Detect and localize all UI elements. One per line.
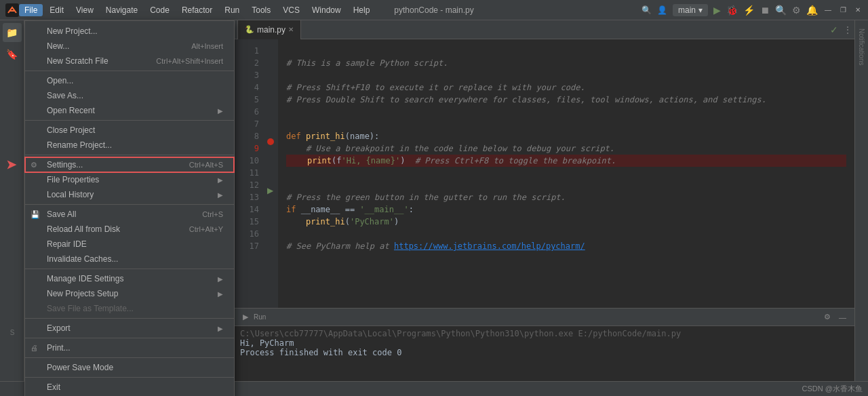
settings-run-icon[interactable]: ⚙	[821, 311, 833, 323]
checkmark-icon: ✓	[830, 24, 838, 35]
separator-3	[25, 155, 234, 155]
run-command-line: C:\Users\ccb77777\AppData\Local\Programs…	[240, 329, 849, 338]
menu-repair-ide[interactable]: Repair IDE	[25, 237, 234, 252]
menu-item-label: Save All	[47, 210, 76, 219]
menu-item-label: Power Save Mode	[47, 363, 113, 372]
red-arrow-indicator: ➤	[6, 157, 16, 172]
minimize-button[interactable]: —	[823, 5, 833, 15]
menu-open[interactable]: Open...	[25, 73, 234, 88]
save-icon: 💾	[31, 210, 40, 219]
menu-new[interactable]: New... Alt+Insert	[25, 39, 234, 54]
settings-toolbar-icon[interactable]: ⚙	[792, 5, 801, 16]
editor-tab-main[interactable]: 🐍 main.py ✕	[237, 20, 301, 39]
menu-invalidate-caches[interactable]: Invalidate Caches...	[25, 252, 234, 266]
menu-save-all[interactable]: 💾 Save All Ctrl+S	[25, 207, 234, 222]
menu-tools[interactable]: Tools	[246, 4, 276, 16]
separator-5	[25, 269, 234, 269]
menu-new-project[interactable]: New Project...	[25, 24, 234, 39]
menu-manage-ide-settings[interactable]: Manage IDE Settings ▶	[25, 271, 234, 286]
status-right: CSDN @水香木鱼	[802, 384, 863, 394]
user-icon[interactable]: 👤	[657, 5, 667, 15]
menu-vcs[interactable]: VCS	[277, 4, 305, 16]
tab-filename: main.py	[257, 25, 285, 35]
maximize-button[interactable]: ❐	[838, 5, 848, 15]
menu-new-scratch-file[interactable]: New Scratch File Ctrl+Alt+Shift+Insert	[25, 54, 234, 68]
submenu-arrow-icon: ▶	[218, 325, 223, 332]
menu-window[interactable]: Window	[307, 4, 347, 16]
breakpoint-dot[interactable]	[267, 138, 274, 145]
submenu-arrow-icon: ▶	[218, 275, 223, 283]
close-button[interactable]: ✕	[853, 5, 863, 15]
submenu-arrow-icon: ▶	[218, 290, 223, 298]
menu-item-label: Save As...	[47, 91, 83, 100]
menu-print[interactable]: 🖨 Print...	[25, 340, 234, 355]
menu-refactor[interactable]: Refactor	[176, 4, 218, 16]
app-body: 📁 🔖 S New Project... New... Alt+Insert N…	[0, 20, 868, 396]
tab-bar: 🐍 main.py ✕ ✓ ⋮	[235, 20, 854, 39]
menu-local-history[interactable]: Local History ▶	[25, 187, 234, 202]
menu-code[interactable]: Code	[144, 4, 175, 16]
run-panel-run-icon[interactable]: ▶	[240, 311, 251, 323]
run-gutter-arrow-icon[interactable]: ▶	[267, 186, 273, 195]
print-icon: 🖨	[31, 344, 38, 352]
run-output-hi: Hi, PyCharm	[240, 338, 849, 348]
search-icon[interactable]: 🔍	[775, 5, 787, 16]
collapse-panel-icon[interactable]: —	[836, 312, 849, 323]
code-content[interactable]: # This is a sample Python script. # Pres…	[278, 39, 854, 308]
separator-1	[25, 71, 234, 71]
run-configuration[interactable]: main ▾	[673, 4, 708, 16]
code-view: 12345 678910 1112131415 1617 ▶ # This is…	[235, 39, 854, 308]
stop-icon[interactable]: ⏹	[760, 5, 770, 16]
menu-help[interactable]: Help	[348, 4, 376, 16]
menu-item-label: File Properties	[47, 175, 99, 184]
run-output-exit: Process finished with exit code 0	[240, 348, 849, 357]
menu-item-label: Reload All from Disk	[47, 224, 120, 234]
menu-shortcut: Ctrl+S	[202, 210, 223, 218]
menu-item-label: Exit	[47, 382, 60, 392]
file-dropdown-menu: New Project... New... Alt+Insert New Scr…	[24, 20, 235, 396]
menu-navigate[interactable]: Navigate	[100, 4, 143, 16]
menu-open-recent[interactable]: Open Recent ▶	[25, 103, 234, 118]
menu-item-label: Manage IDE Settings	[47, 274, 123, 283]
menu-edit[interactable]: Edit	[44, 4, 69, 16]
activity-bar: 📁 🔖 S	[0, 20, 24, 396]
run-button[interactable]: ▶	[713, 5, 721, 16]
menu-item-label: Settings...	[47, 160, 83, 170]
menu-power-save-mode[interactable]: Power Save Mode	[25, 360, 234, 375]
window-title: pythonCode - main.py	[394, 5, 473, 15]
profile-icon[interactable]: ⚡	[743, 5, 755, 16]
menu-item-label: New Project...	[47, 26, 98, 36]
separator-7	[25, 338, 234, 338]
gutter: ▶	[264, 39, 278, 308]
menu-save-as[interactable]: Save As...	[25, 88, 234, 103]
more-tabs-icon[interactable]: ⋮	[844, 25, 852, 35]
notifications-label[interactable]: Notifications	[858, 28, 865, 65]
tab-close-icon[interactable]: ✕	[288, 26, 294, 33]
run-panel-label: Run	[254, 313, 266, 321]
menu-file[interactable]: File	[19, 4, 43, 16]
menu-save-file-template: Save File as Template...	[25, 301, 234, 316]
menu-export[interactable]: Export ▶	[25, 321, 234, 336]
search-everywhere-icon[interactable]: 🔍	[642, 5, 652, 15]
project-icon[interactable]: 📁	[3, 23, 22, 42]
run-config-label: main	[678, 5, 696, 15]
menu-item-label: New Scratch File	[47, 56, 108, 66]
menu-view[interactable]: View	[71, 4, 99, 16]
separator-9	[25, 377, 234, 378]
run-with-coverage-icon[interactable]: 🐞	[726, 5, 738, 16]
menu-rename-project[interactable]: Rename Project...	[25, 138, 234, 153]
menu-shortcut: Ctrl+Alt+Shift+Insert	[156, 57, 223, 65]
menu-settings[interactable]: ⚙ Settings... Ctrl+Alt+S ➤	[25, 157, 234, 172]
notifications-icon[interactable]: 🔔	[806, 5, 818, 16]
menu-item-label: New...	[47, 41, 69, 51]
menu-item-label: New Projects Setup	[47, 289, 118, 298]
menu-item-label: Close Project	[47, 125, 95, 135]
menu-run[interactable]: Run	[219, 4, 245, 16]
menu-exit[interactable]: Exit	[25, 380, 234, 395]
menu-close-project[interactable]: Close Project	[25, 123, 234, 138]
bookmark-icon[interactable]: 🔖	[3, 45, 22, 64]
menu-reload-all[interactable]: Reload All from Disk Ctrl+Alt+Y	[25, 222, 234, 237]
menu-file-properties[interactable]: File Properties ▶	[25, 172, 234, 187]
structure-icon[interactable]: S	[3, 323, 22, 342]
menu-new-projects-setup[interactable]: New Projects Setup ▶	[25, 286, 234, 301]
